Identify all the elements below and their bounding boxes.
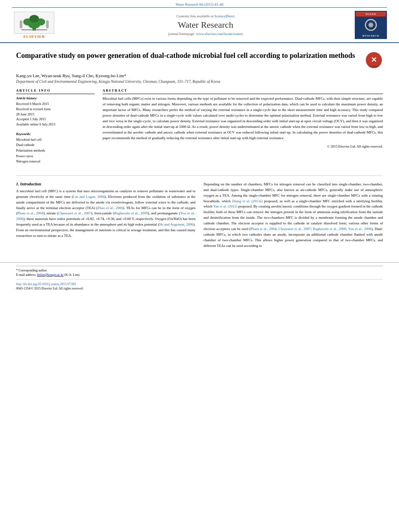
paper-title: Comparative study on power generation of… bbox=[16, 51, 365, 60]
article-history: Article history: Received 6 March 2015 R… bbox=[16, 96, 95, 127]
history-title: Article history: bbox=[16, 96, 95, 100]
journal-homepage: journal homepage: www.elsevier.com/locat… bbox=[56, 32, 355, 36]
keyword-1: Microbial fuel cell bbox=[16, 137, 95, 143]
raghavulu-2009-link[interactable]: Raghavulu et al., 2009 bbox=[313, 227, 346, 231]
crossmark-container[interactable]: ✕ CrossMark bbox=[365, 51, 383, 69]
received-date: Received 6 March 2015 bbox=[16, 101, 95, 107]
journal-header: ELSEVIER Contents lists available at Sci… bbox=[0, 8, 399, 43]
liu-logan-link[interactable]: Liu and Logan, 2004 bbox=[73, 195, 105, 199]
yan-2012-link[interactable]: Yan et al. (2012) bbox=[213, 204, 237, 208]
wr-inner-circle bbox=[368, 23, 373, 27]
body-left-column: 1. Introduction A microbial fuel cell (M… bbox=[16, 182, 195, 252]
journal-citation: Water Research 84 (2015) 43–48 bbox=[176, 2, 224, 6]
received-revised-label: Received in revised form bbox=[16, 107, 95, 112]
svg-rect-6 bbox=[20, 20, 22, 28]
journal-citation-bar: Water Research 84 (2015) 43–48 bbox=[12, 0, 387, 8]
wr-logo-body bbox=[364, 16, 378, 33]
clauwaert-link[interactable]: Clauwaert et al., 2007 bbox=[58, 211, 91, 215]
zhang-2013a-link[interactable]: Zhang et al. (2013a) bbox=[232, 199, 263, 203]
corresponding-author-note: * Corresponding author. bbox=[16, 269, 383, 272]
svg-point-4 bbox=[29, 14, 39, 22]
footer-divider bbox=[16, 266, 383, 266]
abstract-text: Microbial fuel cells (MFCs) exist in var… bbox=[103, 96, 383, 141]
affiliation: Department of Civil and Environmental En… bbox=[16, 80, 383, 84]
elsevier-logo: ELSEVIER bbox=[12, 12, 56, 39]
keyword-5: Nitrogen removal bbox=[16, 159, 95, 164]
page-footer: * Corresponding author. E-mail address: … bbox=[0, 262, 399, 294]
email-link[interactable]: khlim@kongju.ac.kr bbox=[37, 273, 64, 277]
pham-2004-link[interactable]: Pham et al., 2004 bbox=[251, 227, 276, 231]
crossmark-icon: ✕ CrossMark bbox=[365, 51, 383, 69]
article-info-label: ARTICLE INFO bbox=[16, 88, 95, 94]
available-date: Available online 6 July 2015 bbox=[16, 122, 95, 127]
intro-heading: 1. Introduction bbox=[16, 182, 195, 186]
keyword-4: Power curve bbox=[16, 154, 95, 159]
content-divider bbox=[16, 175, 383, 176]
keywords-section: Keywords: Microbial fuel cell Dual-catho… bbox=[16, 132, 95, 164]
intro-paragraph-2: Depending on the number of chambers, MFC… bbox=[204, 182, 383, 249]
svg-text:✕: ✕ bbox=[371, 56, 377, 64]
paper-title-section: Comparative study on power generation of… bbox=[16, 49, 383, 69]
abstract-column: ABSTRACT Microbial fuel cells (MFCs) exi… bbox=[103, 88, 383, 169]
homepage-link[interactable]: www.elsevier.com/locate/watres bbox=[196, 32, 243, 36]
raghavulu-link[interactable]: Raghavulu et al., 2009 bbox=[114, 211, 148, 215]
abstract-label: ABSTRACT bbox=[103, 88, 383, 94]
body-columns: 1. Introduction A microbial fuel cell (M… bbox=[16, 182, 383, 252]
doi-section: http://dx.doi.org/10.1016/j.watres.2015.… bbox=[16, 279, 383, 290]
svg-rect-5 bbox=[21, 29, 47, 30]
you-2006-link[interactable]: You et al., 2006 bbox=[348, 227, 371, 231]
contents-available: Contents lists available at ScienceDirec… bbox=[56, 14, 355, 18]
zhao-link[interactable]: Zhao et al., 2006 bbox=[98, 206, 123, 210]
doi-link[interactable]: http://dx.doi.org/10.1016/j.watres.2015.… bbox=[16, 282, 76, 286]
body-right-column: Depending on the number of chambers, MFC… bbox=[204, 182, 383, 252]
copyright-line: © 2015 Elsevier Ltd. All rights reserved… bbox=[103, 144, 383, 148]
accepted-date: Accepted 1 July 2015 bbox=[16, 117, 95, 122]
article-info-abstract-columns: ARTICLE INFO Article history: Received 6… bbox=[16, 88, 383, 169]
elsevier-tree-icon bbox=[18, 14, 50, 32]
keywords-title: Keywords: bbox=[16, 132, 95, 136]
keyword-2: Dual-cathode bbox=[16, 142, 95, 148]
clauwaert-2007-link[interactable]: Clauwaert et al., 2007 bbox=[278, 227, 311, 231]
intro-paragraph-1: A microbial fuel cell (MFC) is a system … bbox=[16, 189, 195, 239]
wr-top-bar: WATER bbox=[356, 12, 386, 16]
authors: Kang-yu Lee, Wyan-seuk Ryu, Sung-il Cho,… bbox=[16, 73, 383, 78]
wr-bottom-bar: RESEARCH bbox=[356, 33, 386, 38]
sciencedirect-link[interactable]: ScienceDirect bbox=[214, 14, 234, 18]
keyword-3: Polarization methods bbox=[16, 148, 95, 154]
he-angenent-link[interactable]: He and Angenent, 2006 bbox=[159, 222, 193, 226]
revised-date: 28 June 2015 bbox=[16, 112, 95, 117]
article-info-column: ARTICLE INFO Article history: Received 6… bbox=[16, 88, 95, 169]
issn-text: 0043-1354/© 2015 Elsevier Ltd. All right… bbox=[16, 287, 83, 290]
journal-title: Water Research bbox=[56, 20, 355, 30]
email-note: E-mail address: khlim@kongju.ac.kr (K.-h… bbox=[16, 273, 383, 277]
svg-text:CrossMark: CrossMark bbox=[369, 65, 379, 68]
elsevier-label: ELSEVIER bbox=[23, 35, 45, 39]
pham-link[interactable]: Pham et al., 2004 bbox=[17, 211, 43, 215]
paper-content: Comparative study on power generation of… bbox=[0, 43, 399, 258]
journal-center: Contents lists available at ScienceDirec… bbox=[56, 14, 355, 36]
wr-circle-icon bbox=[365, 19, 377, 31]
water-research-logo: WATER RESEARCH bbox=[355, 11, 387, 39]
svg-rect-7 bbox=[46, 20, 49, 28]
elsevier-logo-box bbox=[14, 12, 54, 34]
